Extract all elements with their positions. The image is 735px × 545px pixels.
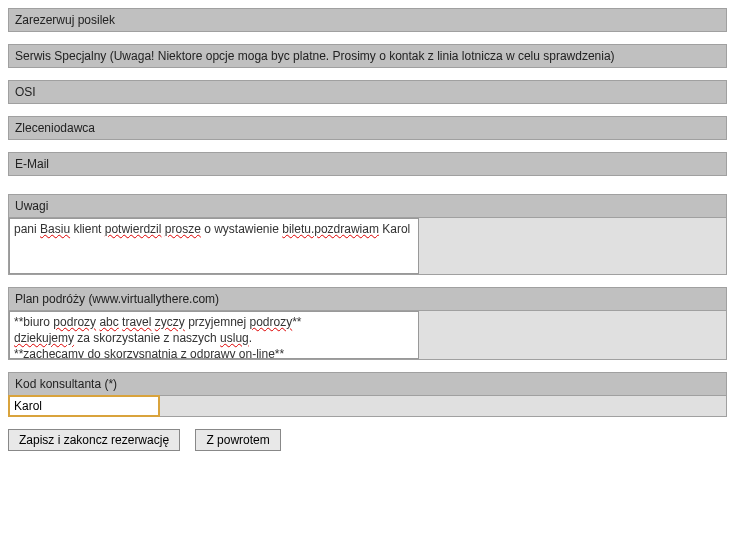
section-principal-header[interactable]: Zleceniodawca (8, 116, 727, 140)
section-notes: Uwagi pani Basiu klient potwierdzil pros… (8, 194, 727, 275)
section-itinerary-header: Plan podróży (www.virtuallythere.com) (8, 287, 727, 311)
notes-textarea[interactable]: pani Basiu klient potwierdzil prosze o w… (9, 218, 419, 274)
back-button[interactable]: Z powrotem (195, 429, 280, 451)
section-special-service: Serwis Specjalny (Uwaga! Niektore opcje … (8, 44, 727, 68)
itinerary-textarea[interactable]: **biuro podrozy abc travel zyczy przyjem… (9, 311, 419, 359)
consultant-code-input[interactable] (9, 396, 159, 416)
section-itinerary: Plan podróży (www.virtuallythere.com) **… (8, 287, 727, 360)
button-row: Zapisz i zakoncz rezerwację Z powrotem (8, 429, 727, 451)
section-email: E-Mail (8, 152, 727, 176)
section-email-header[interactable]: E-Mail (8, 152, 727, 176)
section-special-header[interactable]: Serwis Specjalny (Uwaga! Niektore opcje … (8, 44, 727, 68)
section-meal: Zarezerwuj posilek (8, 8, 727, 32)
section-consultant-header: Kod konsultanta (*) (8, 372, 727, 396)
section-osi: OSI (8, 80, 727, 104)
section-notes-header: Uwagi (8, 194, 727, 218)
section-consultant: Kod konsultanta (*) (8, 372, 727, 417)
save-finish-button[interactable]: Zapisz i zakoncz rezerwację (8, 429, 180, 451)
section-meal-header[interactable]: Zarezerwuj posilek (8, 8, 727, 32)
section-osi-header[interactable]: OSI (8, 80, 727, 104)
section-principal: Zleceniodawca (8, 116, 727, 140)
